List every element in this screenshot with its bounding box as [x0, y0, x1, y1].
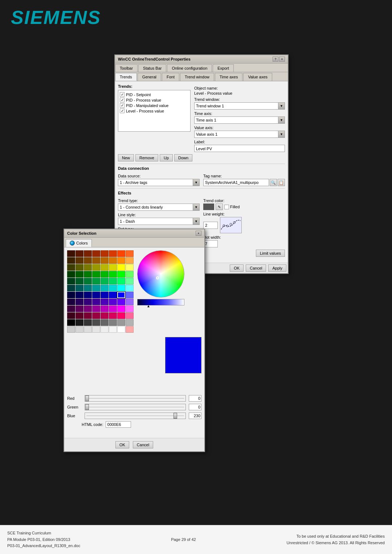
palette-cell[interactable] [84, 285, 92, 291]
palette-cell[interactable] [67, 257, 75, 264]
blue-value[interactable]: 230 [189, 413, 201, 419]
trend-color-swatch[interactable] [203, 204, 214, 210]
close-button[interactable]: × [279, 57, 285, 62]
trend-checkbox-2[interactable] [120, 103, 124, 108]
color-ok-button[interactable]: OK [115, 441, 129, 448]
palette-cell[interactable] [101, 285, 109, 291]
palette-cell[interactable] [117, 292, 125, 298]
colors-tab[interactable]: Colors [66, 239, 92, 247]
palette-cell[interactable] [67, 250, 75, 257]
data-source-dropdown[interactable]: 1 - Archive tags ▼ [118, 179, 200, 186]
palette-cell[interactable] [101, 264, 109, 271]
palette-cell[interactable] [101, 250, 109, 257]
trend-checkbox-3[interactable] [120, 108, 124, 113]
palette-cell[interactable] [67, 312, 75, 319]
palette-cell[interactable] [67, 305, 75, 312]
palette-cell[interactable] [67, 326, 75, 333]
palette-cell[interactable] [84, 312, 92, 319]
palette-cell[interactable] [67, 278, 75, 284]
color-dialog-close-button[interactable]: × [196, 231, 201, 236]
palette-cell[interactable] [101, 312, 109, 319]
trend-type-dropdown[interactable]: 1 - Connect dots linearly ▼ [118, 204, 200, 211]
palette-cell[interactable] [84, 250, 92, 257]
new-button[interactable]: New [118, 154, 134, 161]
palette-cell[interactable] [75, 305, 83, 312]
palette-cell[interactable] [67, 292, 75, 298]
value-axis-dropdown[interactable]: Value axis 1 ▼ [194, 131, 285, 138]
palette-cell[interactable] [67, 299, 75, 305]
palette-cell[interactable] [75, 271, 83, 278]
tab-trends[interactable]: Trends [115, 73, 137, 81]
remove-button[interactable]: Remove [135, 154, 158, 161]
palette-cell[interactable] [126, 257, 134, 264]
line-style-arrow[interactable]: ▼ [193, 218, 199, 225]
value-axis-arrow[interactable]: ▼ [278, 131, 285, 138]
trend-checkbox-1[interactable] [120, 98, 124, 102]
palette-cell[interactable] [101, 292, 109, 298]
palette-cell[interactable] [75, 292, 83, 298]
palette-cell[interactable] [75, 299, 83, 305]
label-input[interactable]: Level PV [194, 145, 285, 152]
palette-cell[interactable] [92, 305, 100, 312]
palette-cell[interactable] [117, 257, 125, 264]
green-slider[interactable] [85, 404, 186, 410]
palette-cell[interactable] [117, 271, 125, 278]
red-slider[interactable] [85, 395, 186, 402]
line-weight-input[interactable] [203, 222, 218, 229]
palette-cell[interactable] [101, 305, 109, 312]
palette-cell[interactable] [101, 257, 109, 264]
tab-trend-window[interactable]: Trend window [180, 73, 214, 81]
palette-cell[interactable] [84, 271, 92, 278]
palette-cell[interactable] [117, 319, 125, 326]
down-button[interactable]: Down [174, 154, 192, 161]
palette-cell[interactable] [75, 257, 83, 264]
red-value[interactable]: 0 [189, 395, 201, 402]
palette-cell[interactable] [92, 312, 100, 319]
palette-cell[interactable] [101, 319, 109, 326]
tab-online-config[interactable]: Online configuration [167, 64, 212, 72]
palette-cell[interactable] [109, 250, 117, 257]
palette-cell[interactable] [109, 312, 117, 319]
data-source-arrow[interactable]: ▼ [193, 179, 199, 186]
tab-toolbar[interactable]: Toolbar [115, 64, 138, 72]
dot-width-input[interactable] [203, 240, 218, 247]
tab-status-bar[interactable]: Status Bar [138, 64, 166, 72]
trend-window-arrow[interactable]: ▼ [278, 103, 285, 109]
palette-cell[interactable] [117, 326, 125, 333]
tab-general[interactable]: General [138, 73, 161, 81]
palette-cell[interactable] [75, 250, 83, 257]
palette-cell[interactable] [75, 326, 83, 333]
tab-time-axes[interactable]: Time axes [215, 73, 242, 81]
palette-cell[interactable] [101, 326, 109, 333]
palette-cell[interactable] [75, 285, 83, 291]
tag-browse-button[interactable]: 🔍 [270, 179, 277, 186]
palette-cell[interactable] [126, 271, 134, 278]
palette-cell[interactable] [109, 264, 117, 271]
trend-item-2[interactable]: PID - Manipulated value [120, 103, 189, 108]
palette-cell[interactable] [75, 264, 83, 271]
color-cancel-button[interactable]: Cancel [133, 441, 153, 448]
cancel-button[interactable]: Cancel [246, 264, 266, 272]
green-value[interactable]: 0 [189, 404, 201, 410]
palette-cell[interactable] [84, 305, 92, 312]
palette-cell[interactable] [92, 257, 100, 264]
palette-cell[interactable] [92, 326, 100, 333]
palette-cell[interactable] [117, 278, 125, 284]
color-bar[interactable]: ▲ [137, 299, 184, 305]
palette-cell[interactable] [126, 305, 134, 312]
palette-cell[interactable] [84, 278, 92, 284]
filled-checkbox[interactable] [224, 205, 229, 209]
palette-cell[interactable] [92, 292, 100, 298]
green-slider-thumb[interactable] [85, 404, 89, 410]
ok-button[interactable]: OK [230, 264, 244, 272]
palette-cell[interactable] [84, 264, 92, 271]
color-wheel[interactable] [137, 250, 184, 297]
palette-cell[interactable] [84, 299, 92, 305]
palette-cell[interactable] [109, 292, 117, 298]
trend-item-0[interactable]: PID - Setpoint [120, 92, 189, 97]
blue-slider[interactable] [85, 413, 186, 419]
up-button[interactable]: Up [160, 154, 173, 161]
palette-cell[interactable] [109, 271, 117, 278]
palette-cell[interactable] [109, 278, 117, 284]
palette-cell[interactable] [67, 319, 75, 326]
